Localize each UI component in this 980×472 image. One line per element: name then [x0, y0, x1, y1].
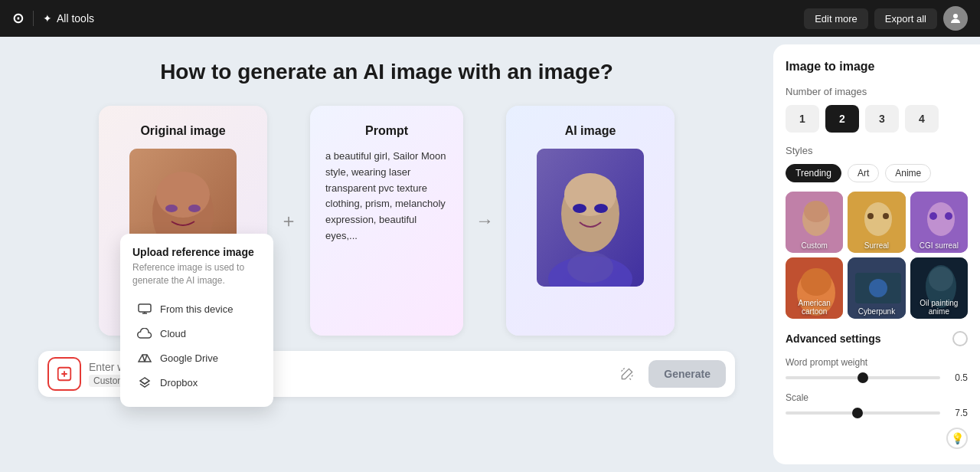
dropbox-icon — [137, 376, 152, 388]
generate-button[interactable]: Generate — [648, 360, 726, 388]
svg-point-12 — [567, 252, 613, 283]
dropdown-item-drive[interactable]: Google Drive — [132, 346, 261, 370]
svg-point-10 — [573, 204, 586, 213]
num-images-row: 1 2 3 4 — [786, 105, 968, 133]
style-card-oilpainting-label: Oil painting anime — [910, 299, 968, 316]
dropdown-label-drive: Google Drive — [160, 352, 218, 364]
all-tools-nav[interactable]: ✦ All tools — [43, 12, 94, 25]
word-prompt-weight-value: 0.5 — [946, 372, 968, 383]
svg-rect-14 — [139, 304, 151, 312]
style-card-oilpainting[interactable]: Oil painting anime — [910, 257, 968, 319]
advanced-settings-label: Advanced settings — [786, 333, 880, 345]
ai-portrait — [537, 149, 644, 287]
scale-label: Scale — [786, 392, 968, 403]
avatar[interactable] — [943, 6, 968, 31]
prompt-text: a beautiful girl, Sailor Moon style, wea… — [325, 149, 448, 244]
styles-tabs: Trending Art Anime — [786, 164, 968, 182]
upload-dropdown: Upload reference image Reference image i… — [120, 234, 273, 407]
scale-row: 7.5 — [786, 408, 968, 418]
plus-icon: ＋ — [279, 208, 298, 233]
svg-point-4 — [165, 205, 178, 212]
nav-divider — [33, 11, 34, 26]
edit-more-button[interactable]: Edit more — [804, 8, 868, 29]
style-card-custom[interactable]: Custom — [786, 192, 843, 253]
topnav-right: Edit more Export all — [804, 6, 968, 31]
dropdown-label-device: From this device — [160, 303, 233, 315]
num-btn-4[interactable]: 4 — [905, 105, 939, 133]
dropdown-label-dropbox: Dropbox — [160, 377, 198, 388]
style-card-cgi-label: CGI surreal — [910, 241, 968, 250]
dropdown-sub: Reference image is used to generate the … — [132, 261, 261, 287]
style-card-cyberpunk-label: Cyberpunk — [848, 307, 905, 316]
logo-icon: ⊙ — [12, 10, 24, 27]
cloud-icon — [137, 327, 152, 339]
advanced-toggle[interactable] — [952, 331, 968, 346]
style-tab-trending[interactable]: Trending — [786, 164, 841, 182]
style-tab-art[interactable]: Art — [848, 164, 879, 182]
style-card-surreal-label: Surreal — [848, 241, 905, 250]
arrow-icon: → — [475, 210, 494, 231]
num-btn-3[interactable]: 3 — [865, 105, 899, 133]
style-card-american-label: American cartoon — [786, 299, 843, 316]
upload-image-button[interactable] — [47, 357, 81, 391]
dropdown-item-device[interactable]: From this device — [132, 297, 261, 321]
svg-point-24 — [929, 212, 937, 220]
all-tools-label: All tools — [57, 12, 94, 25]
svg-point-20 — [867, 213, 874, 219]
device-icon — [137, 303, 152, 315]
num-btn-2[interactable]: 2 — [825, 105, 859, 133]
export-all-button[interactable]: Export all — [874, 8, 937, 29]
dropdown-item-cloud[interactable]: Cloud — [132, 321, 261, 346]
svg-point-21 — [883, 213, 889, 219]
ai-image-title: AI image — [521, 124, 659, 138]
svg-point-25 — [945, 212, 952, 220]
svg-point-19 — [864, 202, 892, 236]
right-panel: Image to image Number of images 1 2 3 4 … — [773, 44, 980, 464]
dropdown-header: Upload reference image — [132, 246, 261, 258]
styles-label: Styles — [786, 145, 968, 156]
svg-point-0 — [953, 14, 958, 18]
svg-point-3 — [156, 172, 210, 218]
svg-point-17 — [804, 201, 828, 222]
svg-point-28 — [801, 268, 831, 296]
dropdown-label-cloud: Cloud — [160, 328, 186, 339]
style-tab-anime[interactable]: Anime — [885, 164, 931, 182]
num-images-label: Number of images — [786, 86, 968, 97]
svg-point-34 — [929, 267, 953, 291]
prompt-card: Prompt a beautiful girl, Sailor Moon sty… — [310, 106, 463, 336]
style-card-surreal[interactable]: Surreal — [848, 192, 905, 253]
word-prompt-weight-slider[interactable] — [786, 376, 940, 379]
style-card-cgi[interactable]: CGI surreal — [910, 192, 968, 253]
word-prompt-weight-label: Word prompt weight — [786, 357, 968, 368]
topnav: ⊙ ✦ All tools Edit more Export all — [0, 0, 980, 37]
ai-image-placeholder — [537, 149, 644, 287]
word-prompt-weight-row: 0.5 — [786, 372, 968, 383]
main-layout: How to generate an AI image with an imag… — [0, 37, 980, 472]
original-image-title: Original image — [114, 124, 252, 138]
style-card-cyberpunk[interactable]: Cyberpunk — [848, 257, 905, 319]
dropdown-item-dropbox[interactable]: Dropbox — [132, 370, 261, 395]
svg-point-9 — [564, 173, 616, 216]
style-card-custom-label: Custom — [786, 241, 843, 250]
magic-wand-button[interactable] — [613, 360, 641, 388]
panel-title: Image to image — [786, 60, 968, 74]
scale-value: 7.5 — [946, 408, 968, 418]
ai-image-card: AI image — [506, 106, 675, 336]
style-card-american[interactable]: American cartoon — [786, 257, 843, 319]
prompt-title: Prompt — [325, 124, 448, 138]
styles-grid: Custom Surreal CGI surreal American cart… — [786, 192, 968, 319]
drive-icon — [137, 352, 152, 364]
scale-slider[interactable] — [786, 411, 940, 415]
advanced-settings-header: Advanced settings — [786, 331, 968, 346]
svg-point-5 — [188, 205, 201, 212]
page-title: How to generate an AI image with an imag… — [31, 60, 743, 84]
all-tools-icon: ✦ — [43, 12, 52, 25]
center-content: How to generate an AI image with an imag… — [0, 37, 773, 472]
svg-point-31 — [869, 279, 887, 297]
num-btn-1[interactable]: 1 — [786, 105, 819, 133]
svg-point-11 — [594, 204, 608, 213]
bulb-icon[interactable]: 💡 — [946, 428, 968, 449]
bottom-icons: 💡 — [786, 428, 968, 449]
